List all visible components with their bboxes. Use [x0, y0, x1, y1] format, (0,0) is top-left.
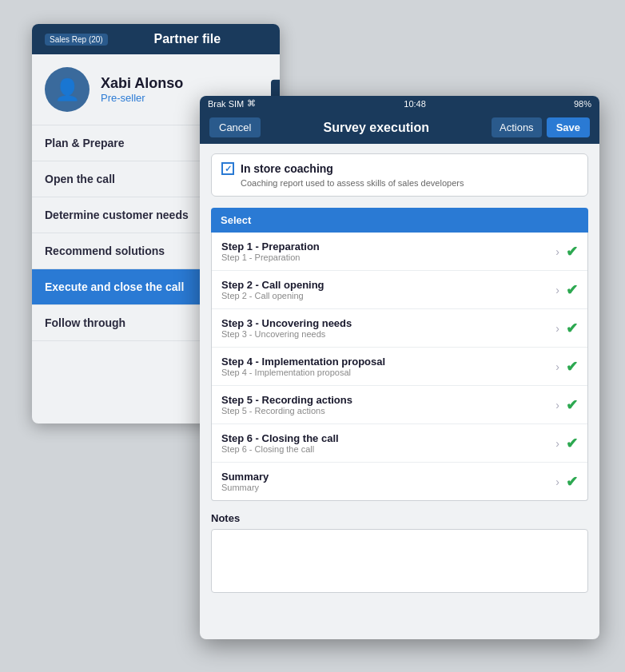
- step-text-6: Step 6 - Closing the call Step 6 - Closi…: [221, 432, 555, 454]
- step-subtitle-3: Step 3 - Uncovering needs: [221, 329, 555, 339]
- step-title-3: Step 3 - Uncovering needs: [221, 317, 555, 329]
- user-icon: 👤: [54, 78, 80, 102]
- status-bar: Brak SIM ⌘ 10:48 98%: [200, 96, 599, 111]
- step-title-summary: Summary: [221, 471, 555, 483]
- step-item-5[interactable]: Step 5 - Recording actions Step 5 - Reco…: [212, 386, 587, 424]
- coaching-box: In store coaching Coaching report used t…: [211, 153, 588, 197]
- chevron-right-icon: ›: [555, 360, 559, 373]
- chevron-right-icon: ›: [555, 475, 559, 488]
- steps-list: Step 1 - Preparation Step 1 - Preparatio…: [211, 233, 588, 501]
- step-subtitle-summary: Summary: [221, 483, 555, 492]
- battery-label: 98%: [574, 99, 591, 109]
- header-actions: Actions Save: [492, 117, 590, 137]
- step-item-6[interactable]: Step 6 - Closing the call Step 6 - Closi…: [212, 424, 587, 463]
- avatar: 👤: [45, 67, 90, 112]
- step-item-3[interactable]: Step 3 - Uncovering needs Step 3 - Uncov…: [212, 309, 587, 348]
- coaching-title: In store coaching: [241, 162, 333, 175]
- check-icon-2: ✔: [566, 281, 578, 299]
- check-icon-6: ✔: [566, 435, 578, 452]
- step-title-2: Step 2 - Call opening: [221, 279, 555, 291]
- status-right: 98%: [574, 99, 591, 109]
- step-subtitle-5: Step 5 - Recording actions: [221, 406, 555, 416]
- step-subtitle-1: Step 1 - Preparation: [221, 252, 555, 262]
- step-subtitle-6: Step 6 - Closing the call: [221, 444, 555, 454]
- notes-label: Notes: [211, 512, 588, 524]
- chevron-right-icon: ›: [555, 284, 559, 296]
- notes-section: Notes: [211, 512, 588, 596]
- step-title-6: Step 6 - Closing the call: [221, 432, 555, 444]
- notes-input[interactable]: [211, 529, 588, 593]
- coaching-description: Coaching report used to assess skills of…: [221, 178, 578, 188]
- survey-title: Survey execution: [261, 121, 492, 135]
- status-left: Brak SIM ⌘: [208, 98, 256, 109]
- check-icon-1: ✔: [566, 243, 578, 260]
- chevron-right-icon: ›: [555, 245, 559, 258]
- step-text-3: Step 3 - Uncovering needs Step 3 - Uncov…: [221, 317, 555, 339]
- profile-name: Xabi Alonso: [101, 75, 183, 92]
- save-button[interactable]: Save: [547, 117, 590, 137]
- partner-title: Partner file: [108, 32, 267, 46]
- time-display: 10:48: [404, 99, 426, 109]
- step-text-1: Step 1 - Preparation Step 1 - Preparatio…: [221, 241, 555, 262]
- coaching-checkbox[interactable]: [221, 162, 234, 175]
- carrier-label: Brak SIM: [208, 99, 244, 109]
- check-icon-5: ✔: [566, 396, 578, 414]
- survey-modal: Brak SIM ⌘ 10:48 98% Cancel Survey execu…: [200, 96, 599, 639]
- survey-content: In store coaching Coaching report used t…: [200, 144, 599, 639]
- cancel-button[interactable]: Cancel: [209, 117, 261, 137]
- profile-role: Pre-seller: [101, 92, 183, 104]
- select-header: Select: [211, 208, 588, 233]
- step-subtitle-4: Step 4 - Implementation proposal: [221, 368, 555, 377]
- partner-header: Sales Rep (20) Partner file: [32, 24, 280, 54]
- step-subtitle-2: Step 2 - Call opening: [221, 291, 555, 300]
- step-item-summary[interactable]: Summary Summary › ✔: [212, 463, 587, 500]
- check-icon-3: ✔: [566, 320, 578, 337]
- actions-button[interactable]: Actions: [492, 117, 542, 137]
- step-item-2[interactable]: Step 2 - Call opening Step 2 - Call open…: [212, 271, 587, 309]
- survey-header: Cancel Survey execution Actions Save: [200, 111, 599, 144]
- check-icon-4: ✔: [566, 358, 578, 376]
- profile-info: Xabi Alonso Pre-seller: [101, 75, 183, 104]
- sales-rep-badge: Sales Rep (20): [45, 34, 108, 46]
- step-text-5: Step 5 - Recording actions Step 5 - Reco…: [221, 394, 555, 416]
- chevron-right-icon: ›: [555, 322, 559, 335]
- chevron-right-icon: ›: [555, 399, 559, 412]
- chevron-right-icon: ›: [555, 437, 559, 450]
- step-title-1: Step 1 - Preparation: [221, 241, 555, 252]
- step-title-5: Step 5 - Recording actions: [221, 394, 555, 406]
- step-text-2: Step 2 - Call opening Step 2 - Call open…: [221, 279, 555, 300]
- step-item-4[interactable]: Step 4 - Implementation proposal Step 4 …: [212, 348, 587, 386]
- check-icon-summary: ✔: [566, 473, 578, 491]
- step-title-4: Step 4 - Implementation proposal: [221, 356, 555, 368]
- coaching-header: In store coaching: [221, 162, 578, 175]
- step-text-4: Step 4 - Implementation proposal Step 4 …: [221, 356, 555, 377]
- step-text-summary: Summary Summary: [221, 471, 555, 492]
- step-item-1[interactable]: Step 1 - Preparation Step 1 - Preparatio…: [212, 233, 587, 271]
- wifi-icon: ⌘: [247, 98, 256, 109]
